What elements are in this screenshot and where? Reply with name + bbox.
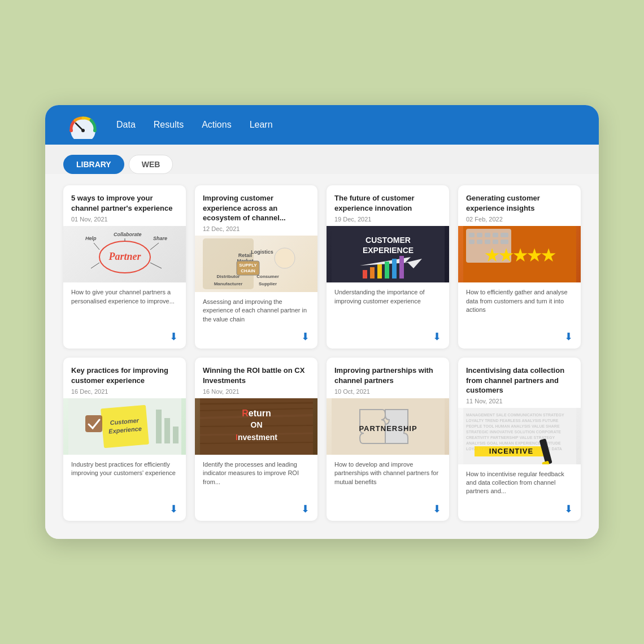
svg-line-12 [150, 243, 159, 250]
card-6-top: Winning the ROI battle on CX Investments… [195, 358, 317, 398]
card-3-footer: ⬇ [327, 326, 449, 349]
card-6: Winning the ROI battle on CX Investments… [195, 358, 317, 521]
card-7-desc: How to develop and improve partnerships … [327, 455, 449, 498]
card-5-desc: Industry best practices for efficiently … [63, 455, 186, 498]
card-1-title: 5 ways to improve your channel partner's… [71, 193, 178, 214]
nav-item-results[interactable]: Results [154, 118, 184, 132]
tab-web[interactable]: WEB [129, 155, 173, 174]
svg-text:CHAIN: CHAIN [241, 268, 255, 273]
svg-rect-35 [392, 259, 397, 279]
card-7-footer: ⬇ [327, 498, 449, 521]
svg-text:PARTNERSHIP: PARTNERSHIP [359, 424, 417, 433]
card-8-title: Incentivising data collection from chann… [466, 365, 573, 395]
card-7: Improving partnerships with channel part… [327, 358, 449, 521]
card-4-footer: ⬇ [458, 326, 581, 349]
svg-text:Share: Share [153, 236, 167, 241]
svg-text:ON: ON [250, 420, 262, 429]
card-8-download[interactable]: ⬇ [564, 503, 573, 515]
svg-text:Return: Return [242, 408, 271, 418]
svg-rect-56 [164, 418, 170, 443]
card-3-image: CUSTOMER EXPERIENCE [327, 226, 449, 282]
card-4-date: 02 Feb, 2022 [466, 216, 573, 223]
svg-rect-46 [485, 240, 490, 244]
svg-text:CREATIVITY PARTNERSHIP VALUE S: CREATIVITY PARTNERSHIP VALUE STRATEGY [466, 436, 555, 440]
card-6-title: Winning the ROI battle on CX Investments [203, 365, 310, 386]
card-8-desc: How to incentivise regular feedback and … [458, 464, 581, 498]
card-6-date: 16 Nov, 2021 [203, 388, 310, 395]
card-6-download[interactable]: ⬇ [301, 503, 310, 515]
card-2-date: 12 Dec, 2021 [203, 225, 310, 232]
card-3-download[interactable]: ⬇ [433, 330, 441, 343]
card-4-download[interactable]: ⬇ [564, 330, 573, 343]
card-5-download[interactable]: ⬇ [169, 503, 178, 515]
svg-point-2 [81, 129, 85, 132]
svg-rect-44 [469, 240, 475, 244]
svg-text:Retail: Retail [238, 253, 252, 258]
svg-line-10 [94, 243, 99, 250]
svg-text:Supplier: Supplier [258, 281, 276, 286]
card-5-top: Key practices for improving customer exp… [63, 358, 186, 398]
card-1-desc: How to give your channel partners a pers… [63, 282, 186, 326]
svg-rect-47 [493, 240, 498, 244]
svg-text:MANAGEMENT SALE COMMUNICATION : MANAGEMENT SALE COMMUNICATION STRATEGY [466, 413, 564, 417]
card-1-download[interactable]: ⬇ [169, 330, 178, 343]
nav-item-learn[interactable]: Learn [250, 118, 273, 132]
card-grid: 5 ways to improve your channel partner's… [63, 185, 581, 521]
nav-item-data[interactable]: Data [116, 118, 136, 132]
svg-rect-32 [370, 267, 375, 279]
header: Data Results Actions Learn [45, 105, 599, 145]
card-7-title: Improving partnerships with channel part… [334, 365, 441, 386]
app-container: Data Results Actions Learn LIBRARY WEB 5… [45, 105, 599, 539]
svg-rect-34 [385, 262, 389, 279]
card-1-date: 01 Nov, 2021 [71, 216, 178, 223]
card-4-title: Generating customer experience insights [466, 193, 573, 214]
svg-text:Partner: Partner [108, 251, 141, 262]
card-4-image: ★★★★★ [458, 226, 581, 282]
svg-rect-40 [477, 233, 482, 237]
svg-text:INCENTIVE: INCENTIVE [489, 447, 533, 455]
svg-rect-45 [477, 240, 482, 244]
card-3: The future of customer experience innova… [327, 185, 449, 349]
svg-point-3 [69, 129, 73, 132]
svg-text:EXPERIENCE: EXPERIENCE [362, 246, 413, 255]
card-2-download[interactable]: ⬇ [301, 330, 310, 343]
card-5-date: 16 Dec, 2021 [71, 388, 178, 395]
svg-point-26 [275, 248, 295, 268]
svg-text:Logistics: Logistics [251, 249, 273, 255]
svg-line-14 [150, 263, 162, 268]
card-3-date: 19 Dec, 2021 [334, 216, 441, 223]
svg-rect-41 [485, 233, 490, 237]
svg-text:Collaborate: Collaborate [114, 232, 142, 237]
card-4: Generating customer experience insights … [458, 185, 581, 349]
svg-text:★★★★★: ★★★★★ [484, 247, 555, 264]
svg-text:Manufacturer: Manufacturer [214, 281, 242, 286]
card-3-desc: Understanding the importance of improvin… [327, 282, 449, 326]
card-7-download[interactable]: ⬇ [433, 503, 441, 515]
card-6-desc: Identify the processes and leading indic… [195, 455, 317, 498]
svg-rect-54 [85, 415, 102, 432]
card-7-image: PARTNERSHIP [327, 398, 449, 455]
svg-rect-55 [156, 410, 162, 443]
card-8-image: MANAGEMENT SALE COMMUNICATION STRATEGY L… [458, 408, 581, 464]
svg-text:CUSTOMER: CUSTOMER [365, 236, 411, 245]
card-2: Improving customer experience across an … [195, 185, 317, 349]
card-2-title: Improving customer experience across an … [203, 193, 310, 223]
card-5-title: Key practices for improving customer exp… [71, 365, 178, 386]
card-8-date: 11 Nov, 2021 [466, 398, 573, 404]
card-2-desc: Assessing and improving the experience o… [195, 292, 317, 326]
card-4-top: Generating customer experience insights … [458, 185, 581, 226]
card-6-footer: ⬇ [195, 498, 317, 521]
svg-rect-36 [399, 256, 404, 279]
svg-text:SUPPLY: SUPPLY [239, 263, 257, 268]
card-5: Key practices for improving customer exp… [63, 358, 186, 521]
tab-library[interactable]: LIBRARY [63, 155, 124, 174]
svg-rect-48 [501, 240, 508, 244]
nav-item-actions[interactable]: Actions [202, 118, 231, 132]
card-8-footer: ⬇ [458, 498, 581, 521]
svg-text:PEOPLE TOOL HUMAN ANALYSIS VAL: PEOPLE TOOL HUMAN ANALYSIS VALUE SHARE [466, 424, 560, 428]
svg-text:Consumer: Consumer [256, 274, 279, 279]
svg-rect-42 [493, 233, 498, 237]
card-1-image: Partner Help Collaborate Share [63, 226, 186, 282]
svg-rect-33 [377, 264, 382, 279]
svg-rect-43 [501, 233, 508, 237]
